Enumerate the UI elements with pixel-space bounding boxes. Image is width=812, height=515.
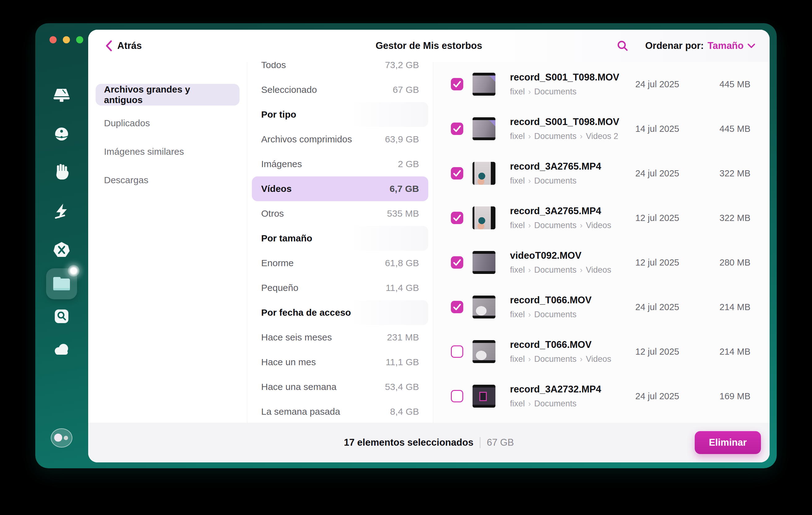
file-name: record_S001_T098.MOV xyxy=(510,116,635,127)
filter-row[interactable]: Pequeño 11,4 GB xyxy=(252,276,428,300)
filter-label: Enorme xyxy=(261,258,294,268)
file-checkbox[interactable] xyxy=(451,256,463,269)
file-date: 14 jul 2025 xyxy=(635,124,701,134)
filter-row[interactable]: Archivos comprimidos 63,9 GB xyxy=(252,127,428,152)
filter-row[interactable]: Otros 535 MB xyxy=(252,201,428,226)
filter-row[interactable]: Por fecha de acceso xyxy=(252,300,428,325)
speed-lightning-icon[interactable] xyxy=(53,203,70,221)
avatar-icon[interactable] xyxy=(51,428,72,448)
checkmark-icon xyxy=(453,125,461,132)
file-row[interactable]: record_3A2765.MP4 fixel›Documents 24 jul… xyxy=(451,151,770,196)
file-row[interactable]: record_S001_T098.MOV fixel›Documents 24 … xyxy=(451,62,770,107)
file-checkbox[interactable] xyxy=(451,345,463,358)
filter-row[interactable]: Hace seis meses 231 MB xyxy=(252,325,428,350)
sort-dropdown[interactable]: Ordenar por: Tamaño xyxy=(645,40,755,51)
file-size: 214 MB xyxy=(701,302,770,312)
sidebar-nav-item[interactable]: Duplicados xyxy=(96,112,239,134)
close-window-button[interactable] xyxy=(50,36,57,43)
filter-size: 6,7 GB xyxy=(389,183,419,194)
file-date: 24 jul 2025 xyxy=(635,168,701,178)
hexagon-tools-icon[interactable] xyxy=(53,241,70,259)
file-row[interactable]: record_T066.MOV fixel›Documents›Videos 1… xyxy=(451,329,770,374)
scan-desk-icon[interactable] xyxy=(53,88,70,104)
filter-row[interactable]: Por tamaño xyxy=(252,226,428,251)
filter-row[interactable]: Hace una semana 53,4 GB xyxy=(252,374,428,399)
zoom-window-button[interactable] xyxy=(76,36,83,43)
file-size: 445 MB xyxy=(701,124,770,134)
file-name: record_S001_T098.MOV xyxy=(510,72,635,83)
file-path-breadcrumb: fixel›Documents xyxy=(510,399,635,408)
file-checkbox[interactable] xyxy=(451,212,463,224)
cloud-icon[interactable] xyxy=(52,342,71,356)
file-name: record_T066.MOV xyxy=(510,339,635,350)
minimize-window-button[interactable] xyxy=(63,36,70,43)
filter-size: 535 MB xyxy=(387,208,419,219)
nav-item-label: Imágenes similares xyxy=(104,146,184,157)
filter-label: Hace seis meses xyxy=(261,332,332,343)
sidebar-nav-item[interactable]: Archivos grandes y antiguos xyxy=(96,84,239,106)
video-thumbnail xyxy=(472,206,495,229)
file-checkbox[interactable] xyxy=(451,301,463,313)
files-folder-icon[interactable] xyxy=(52,276,71,292)
file-date: 12 jul 2025 xyxy=(635,258,701,268)
video-thumbnail xyxy=(472,340,495,363)
file-row[interactable]: record_S001_T098.MOV fixel›Documents›Vid… xyxy=(451,107,770,151)
file-row[interactable]: record_3A2765.MP4 fixel›Documents›Videos… xyxy=(451,196,770,240)
content-panel: Atrás Gestor de Mis estorbos Ordenar por… xyxy=(88,30,770,462)
filter-label: Hace una semana xyxy=(261,381,337,392)
file-row[interactable]: videoT092.MOV fixel›Documents›Videos 12 … xyxy=(451,240,770,285)
sort-label: Ordenar por: xyxy=(645,40,704,51)
file-path-breadcrumb: fixel›Documents xyxy=(510,176,635,186)
filter-size: 8,4 GB xyxy=(390,406,419,417)
file-path-breadcrumb: fixel›Documents›Videos xyxy=(510,221,635,230)
filter-row[interactable]: Seleccionado 67 GB xyxy=(252,77,428,102)
file-date: 12 jul 2025 xyxy=(635,213,701,223)
file-date: 24 jul 2025 xyxy=(635,391,701,401)
traffic-lights xyxy=(50,36,83,43)
search-icon[interactable] xyxy=(617,40,629,52)
filter-label: Pequeño xyxy=(261,283,298,293)
file-name: record_3A2732.MP4 xyxy=(510,384,635,395)
video-thumbnail xyxy=(472,162,495,185)
file-row[interactable]: record_3A2732.MP4 fixel›Documents 24 jul… xyxy=(451,374,770,419)
file-path-breadcrumb: fixel›Documents xyxy=(510,87,635,96)
sidebar-nav-item[interactable]: Descargas xyxy=(96,169,239,191)
file-checkbox[interactable] xyxy=(451,78,463,90)
header: Atrás Gestor de Mis estorbos Ordenar por… xyxy=(88,30,770,62)
type-filter-panel: Todos 73,2 GB Seleccionado 67 GB Por tip… xyxy=(247,62,433,423)
file-path-breadcrumb: fixel›Documents›Videos 2 xyxy=(510,132,635,141)
filter-size: 61,8 GB xyxy=(385,258,419,268)
filter-size: 11,1 GB xyxy=(385,357,419,367)
checkmark-icon xyxy=(453,81,461,88)
filter-label: Otros xyxy=(261,208,284,219)
back-button[interactable]: Atrás xyxy=(106,40,142,51)
cleaning-ball-icon[interactable] xyxy=(53,126,70,143)
filter-row[interactable]: Hace un mes 11,1 GB xyxy=(252,350,428,374)
stop-hand-icon[interactable] xyxy=(53,164,70,181)
file-checkbox[interactable] xyxy=(451,167,463,179)
footer-bar: 17 elementos seleccionados 67 GB Elimina… xyxy=(88,423,770,462)
file-row[interactable]: record_T066.MOV fixel›Documents 24 jul 2… xyxy=(451,285,770,329)
file-checkbox[interactable] xyxy=(451,390,463,402)
file-size: 169 MB xyxy=(701,391,770,401)
selection-summary: 17 elementos seleccionados 67 GB xyxy=(344,437,514,448)
disk-search-icon[interactable] xyxy=(53,308,70,325)
video-thumbnail xyxy=(472,117,495,140)
selected-count: 17 elementos seleccionados xyxy=(344,437,473,448)
chevron-down-icon xyxy=(747,43,755,48)
video-thumbnail xyxy=(472,385,495,408)
filter-row[interactable]: Todos 73,2 GB xyxy=(252,62,428,77)
filter-size: 2 GB xyxy=(398,159,419,169)
filter-row[interactable]: Enorme 61,8 GB xyxy=(252,251,428,276)
file-name: record_3A2765.MP4 xyxy=(510,205,635,217)
filter-row[interactable]: Por tipo xyxy=(252,102,428,127)
file-date: 24 jul 2025 xyxy=(635,79,701,89)
file-checkbox[interactable] xyxy=(451,122,463,135)
filter-row[interactable]: Imágenes 2 GB xyxy=(252,152,428,176)
filter-row[interactable]: La semana pasada 8,4 GB xyxy=(252,399,428,423)
filter-row[interactable]: Vídeos 6,7 GB xyxy=(252,176,428,201)
footer-divider xyxy=(480,437,481,448)
delete-button[interactable]: Eliminar xyxy=(695,431,761,454)
file-name: videoT092.MOV xyxy=(510,250,635,261)
sidebar-nav-item[interactable]: Imágenes similares xyxy=(96,141,239,163)
